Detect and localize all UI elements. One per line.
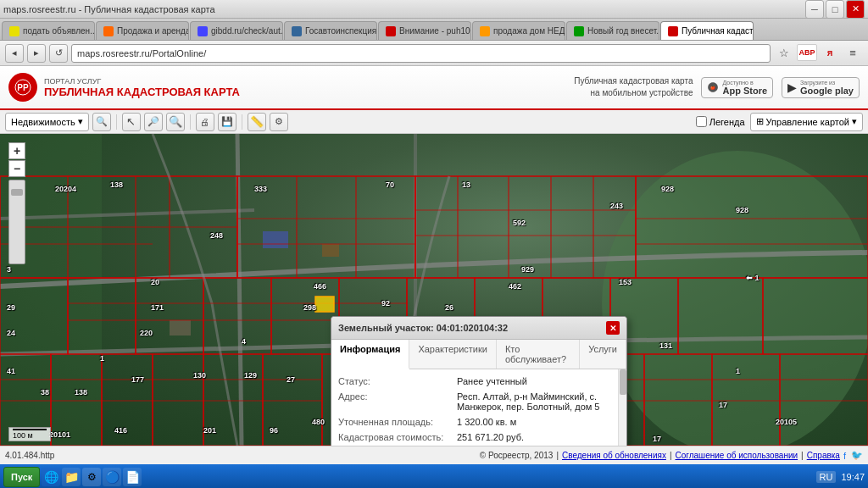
- forward-button[interactable]: ▸: [27, 44, 46, 63]
- map-toolbar: Недвижимость ▾ 🔍 ↖ 🔎 🔍 🖨 💾 📏 ⚙ Легенда ⊞…: [0, 110, 868, 134]
- taskbar-right: RU 19:47: [816, 471, 865, 483]
- browser-titlebar: maps.rosreestr.ru - Публичная кадастрова…: [0, 0, 868, 19]
- status-link-agreement[interactable]: Соглашение об использовании: [676, 451, 798, 460]
- parcel-info-popup: Земельный участок: 04:01:020104:32 ✕ Инф…: [331, 316, 627, 446]
- reload-button[interactable]: ↺: [49, 44, 68, 63]
- zoom-in-tool[interactable]: 🔎: [144, 113, 163, 131]
- portal-mobile-text: Публичная кадастровая карта на мобильном…: [574, 75, 693, 99]
- tab-1[interactable]: Продажа и аренда... ✕: [96, 21, 189, 40]
- back-button[interactable]: ◂: [5, 44, 24, 63]
- dropdown-label: Недвижимость: [11, 117, 75, 127]
- tab-favicon-6: [574, 26, 584, 36]
- taskbar-icon-ie[interactable]: 🌐: [42, 468, 60, 486]
- minimize-button[interactable]: ─: [805, 0, 824, 19]
- status-sep-1: |: [556, 451, 559, 460]
- zoom-slider[interactable]: [8, 180, 25, 264]
- manage-map-label: Управление картой: [766, 117, 849, 127]
- tab-5[interactable]: продажа дом НЕД... ✕: [472, 21, 565, 40]
- chevron-down-icon: ▾: [78, 116, 83, 127]
- yandex-icon[interactable]: Я: [820, 44, 840, 63]
- facebook-icon[interactable]: f: [843, 451, 846, 461]
- legend-checkbox[interactable]: [696, 116, 707, 127]
- tab-6[interactable]: Новый год внесет... ✕: [566, 21, 659, 40]
- portal-subtitle: ПОРТАЛ УСЛУГ: [44, 77, 240, 86]
- status-social-icons: f 🐦: [843, 450, 863, 461]
- status-link-help[interactable]: Справка: [807, 451, 840, 460]
- grid-icon: ⊞: [756, 116, 764, 127]
- app-store-available-label: Доступно в: [722, 80, 767, 86]
- chevron-manage-icon: ▾: [852, 116, 857, 127]
- app-store-badge[interactable]: 🍎 Доступно в App Store: [701, 77, 773, 98]
- star-icon[interactable]: ☆: [774, 44, 794, 63]
- status-url: 4.01.484.http: [5, 451, 476, 460]
- tab-favicon-7: [668, 26, 678, 36]
- popup-tab-service[interactable]: Кто обслуживает?: [497, 340, 580, 369]
- status-link-updates[interactable]: Сведения об обновлениях: [562, 451, 666, 460]
- popup-scroll-thumb: [620, 369, 626, 395]
- settings-tool[interactable]: ⚙: [270, 113, 288, 131]
- taskbar-pinned-icons: 🌐 📁 ⚙ 🔵 📄: [42, 468, 142, 486]
- browser-title-text: maps.rosreestr.ru - Публичная кадастрова…: [3, 4, 215, 14]
- zoom-in-button[interactable]: +: [8, 142, 25, 159]
- zoom-out-button[interactable]: −: [8, 160, 25, 177]
- tab-3[interactable]: Госавтоинспекция... ✕: [284, 21, 377, 40]
- print-button[interactable]: 🖨: [196, 113, 214, 131]
- status-center: © Росреестр, 2013 | Сведения об обновлен…: [480, 451, 840, 460]
- close-window-button[interactable]: ✕: [846, 0, 865, 19]
- popup-label-cost: Кадастровая стоимость:: [338, 432, 457, 442]
- tab-favicon-5: [480, 26, 490, 36]
- address-bar[interactable]: [71, 44, 771, 63]
- tab-2[interactable]: gibdd.ru/check/aut... ✕: [190, 21, 283, 40]
- popup-tab-services[interactable]: Услуги: [580, 340, 626, 369]
- measure-tool[interactable]: 📏: [248, 113, 266, 131]
- taskbar-icon-app2[interactable]: 🔵: [103, 468, 121, 486]
- tab-7[interactable]: Публичная кадаст... ✕: [660, 21, 754, 40]
- settings-icon[interactable]: ≡: [843, 44, 863, 63]
- popup-row-area: Уточненная площадь: 1 320.00 кв. м: [338, 417, 620, 427]
- toolbar-separator-1: [116, 114, 117, 130]
- start-button[interactable]: Пуск: [3, 467, 40, 487]
- manage-map-button[interactable]: ⊞ Управление картой ▾: [750, 113, 863, 131]
- toolbar-right-section: Легенда ⊞ Управление картой ▾: [696, 113, 863, 131]
- tab-favicon-1: [103, 26, 114, 36]
- scale-label: 100 м: [13, 431, 33, 440]
- portal-title-block: ПОРТАЛ УСЛУГ ПУБЛИЧНАЯ КАДАСТРОВАЯ КАРТА: [44, 77, 240, 98]
- toolbar-separator-2: [190, 114, 191, 130]
- popup-tab-characteristics[interactable]: Характеристики: [409, 340, 497, 369]
- tab-4[interactable]: Внимание - puh100... ✕: [378, 21, 471, 40]
- maximize-button[interactable]: □: [826, 0, 844, 19]
- portal-right: Публичная кадастровая карта на мобильном…: [574, 75, 860, 99]
- map-zoom-controls: + −: [8, 142, 25, 264]
- taskbar-icon-app3[interactable]: 📄: [123, 468, 142, 486]
- popup-content: Статус: Ранее учтенный Адрес: Респ. Алта…: [331, 369, 626, 446]
- popup-value-cost: 251 671.20 руб.: [457, 432, 620, 442]
- twitter-icon[interactable]: 🐦: [851, 450, 863, 461]
- legend-label: Легенда: [709, 117, 745, 127]
- popup-row-address: Адрес: Респ. Алтай, р-н Майминский, с. М…: [338, 391, 620, 412]
- google-play-badge[interactable]: ▶ Загрузите из Google play: [782, 77, 860, 98]
- map-container[interactable]: 20204 138 248 333 70 13 592 243 929 928 …: [0, 134, 868, 446]
- zoom-out-tool[interactable]: 🔍: [166, 113, 185, 131]
- taskbar-icon-folder[interactable]: 📁: [62, 468, 81, 486]
- google-play-available-label: Загрузите из: [800, 80, 854, 86]
- popup-header: Земельный участок: 04:01:020104:32 ✕: [331, 317, 626, 340]
- popup-value-status: Ранее учтенный: [457, 376, 620, 386]
- taskbar-icon-app1[interactable]: ⚙: [82, 468, 101, 486]
- tab-label-2: gibdd.ru/check/aut...: [211, 26, 283, 36]
- popup-scrollbar[interactable]: [618, 369, 626, 446]
- cursor-tool[interactable]: ↖: [122, 113, 141, 131]
- mobile-label: Публичная кадастровая карта: [574, 76, 693, 86]
- popup-tab-info[interactable]: Информация: [331, 340, 409, 369]
- tab-label-7: Публичная кадаст...: [682, 26, 754, 36]
- save-button[interactable]: 💾: [218, 113, 236, 131]
- popup-row-status: Статус: Ранее учтенный: [338, 376, 620, 386]
- language-button[interactable]: RU: [816, 471, 837, 483]
- tab-label-5: продажа дом НЕД...: [493, 26, 565, 36]
- popup-close-button[interactable]: ✕: [606, 321, 620, 335]
- popup-title: Земельный участок: 04:01:020104:32: [338, 323, 508, 333]
- abr-icon[interactable]: ABP: [797, 44, 817, 61]
- search-button[interactable]: 🔍: [92, 113, 111, 131]
- tab-0[interactable]: подать объявлен... ✕: [2, 21, 95, 40]
- property-type-dropdown[interactable]: Недвижимость ▾: [5, 113, 89, 131]
- zoom-slider-thumb: [11, 189, 23, 196]
